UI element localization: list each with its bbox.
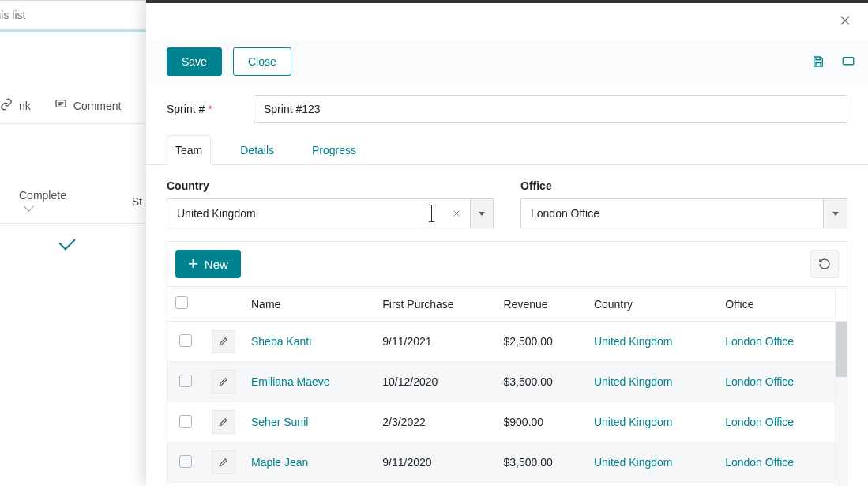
- row-office[interactable]: London Office: [725, 456, 794, 469]
- table-row[interactable]: Roberto Nick 12/9/2021 $5,400.00 United …: [167, 483, 847, 487]
- country-label: Country: [167, 179, 494, 192]
- pencil-icon: [218, 457, 229, 468]
- pencil-icon: [218, 336, 229, 347]
- country-filter: Country United Kingdom: [167, 179, 494, 228]
- chevron-down-icon: [832, 212, 839, 216]
- new-button-label: New: [205, 258, 228, 271]
- search-placeholder: ch this list: [0, 9, 25, 21]
- row-first-purchase: 9/11/2020: [374, 443, 495, 483]
- grid-toolbar: + New: [167, 242, 847, 286]
- office-dropdown-button[interactable]: [824, 198, 847, 228]
- save-button[interactable]: Save: [167, 47, 222, 76]
- table-row[interactable]: Emiliana Maeve 10/12/2020 $3,500.00 Unit…: [167, 362, 847, 402]
- edit-row-button[interactable]: [212, 330, 235, 353]
- row-revenue: $3,500.00: [495, 443, 585, 483]
- background-active-indicator: [0, 29, 158, 32]
- link-icon: [0, 98, 13, 113]
- row-checkbox[interactable]: [179, 375, 192, 387]
- pencil-icon: [218, 376, 229, 387]
- comment-alt-icon[interactable]: [841, 55, 855, 69]
- refresh-icon: [818, 258, 831, 270]
- row-name[interactable]: Seher Sunil: [251, 416, 308, 428]
- sprint-label: Sprint #*: [167, 103, 230, 115]
- col-name[interactable]: Name: [243, 287, 374, 322]
- office-combo-text[interactable]: London Office: [520, 198, 824, 228]
- close-button[interactable]: Close: [233, 47, 291, 76]
- row-revenue: $900.00: [495, 402, 585, 443]
- row-country[interactable]: United Kingdom: [594, 375, 673, 388]
- row-name[interactable]: Emiliana Maeve: [251, 375, 330, 388]
- col-office[interactable]: Office: [717, 287, 835, 322]
- edit-row-button[interactable]: [212, 370, 235, 394]
- text-cursor-icon: [431, 206, 432, 220]
- bg-comment-label: Comment: [73, 100, 122, 112]
- background-row-1[interactable]: [0, 224, 158, 260]
- scrollbar-thumb[interactable]: [836, 322, 847, 377]
- table-row[interactable]: Sheba Kanti 9/11/2021 $2,500.00 United K…: [167, 322, 847, 362]
- row-checkbox[interactable]: [179, 334, 192, 347]
- row-first-purchase: 12/9/2021: [374, 483, 495, 487]
- table-row[interactable]: Seher Sunil 2/3/2022 $900.00 United King…: [167, 402, 847, 443]
- office-combo[interactable]: London Office: [520, 198, 847, 228]
- office-filter: Office London Office: [520, 179, 847, 228]
- row-country[interactable]: United Kingdom: [594, 335, 673, 348]
- row-name[interactable]: Maple Jean: [251, 456, 308, 469]
- bg-col-complete[interactable]: Complete: [3, 189, 85, 214]
- tab-details[interactable]: Details: [231, 135, 283, 165]
- tab-progress[interactable]: Progress: [303, 135, 365, 165]
- country-combo-text[interactable]: United Kingdom: [167, 198, 443, 228]
- svg-rect-1: [843, 58, 854, 65]
- background-toolbar: nk Comment D: [0, 88, 158, 124]
- row-office[interactable]: London Office: [725, 416, 794, 428]
- row-checkbox[interactable]: [179, 415, 192, 428]
- background-header-row: Complete St: [0, 179, 158, 224]
- background-search-input[interactable]: ch this list: [0, 0, 158, 30]
- pencil-icon: [218, 416, 229, 428]
- row-checkbox[interactable]: [179, 455, 192, 468]
- team-table: Name First Purchase Revenue Country Offi…: [167, 286, 847, 486]
- save-alt-icon[interactable]: [811, 55, 825, 69]
- row-country[interactable]: United Kingdom: [594, 416, 673, 428]
- col-country[interactable]: Country: [586, 287, 717, 322]
- panel-tabs: Team Details Progress: [146, 134, 868, 165]
- row-office[interactable]: London Office: [725, 335, 794, 348]
- panel-action-bar: Save Close: [146, 40, 868, 84]
- sprint-field-row: Sprint #*: [146, 84, 868, 134]
- office-label: Office: [520, 179, 847, 192]
- tab-team[interactable]: Team: [167, 135, 211, 165]
- panel-header: [146, 3, 868, 40]
- edit-row-button[interactable]: [212, 410, 235, 434]
- edit-row-button[interactable]: [212, 450, 235, 474]
- country-combo[interactable]: United Kingdom: [167, 198, 494, 228]
- edit-panel: Save Close Sprint #* Team Details Progre…: [146, 0, 868, 486]
- comment-icon: [54, 98, 67, 113]
- col-first-purchase[interactable]: First Purchase: [374, 287, 495, 322]
- row-name[interactable]: Sheba Kanti: [251, 335, 311, 348]
- new-button[interactable]: + New: [175, 250, 241, 278]
- table-row[interactable]: Maple Jean 9/11/2020 $3,500.00 United Ki…: [167, 443, 847, 483]
- table-header-row: Name First Purchase Revenue Country Offi…: [167, 287, 847, 322]
- filter-row: Country United Kingdom Office London Off…: [146, 165, 868, 236]
- svg-rect-0: [56, 100, 66, 107]
- sprint-input[interactable]: [254, 95, 847, 123]
- row-first-purchase: 10/12/2020: [374, 362, 495, 402]
- bg-link-action[interactable]: nk: [0, 98, 31, 113]
- row-country[interactable]: United Kingdom: [594, 456, 673, 469]
- country-dropdown-button[interactable]: [470, 198, 494, 228]
- close-icon[interactable]: [833, 13, 857, 31]
- country-clear-button[interactable]: [443, 198, 470, 228]
- row-first-purchase: 2/3/2022: [374, 402, 495, 443]
- check-icon: [58, 233, 75, 250]
- col-revenue[interactable]: Revenue: [495, 287, 585, 322]
- refresh-button[interactable]: [810, 250, 839, 278]
- team-grid: + New Name First Purchase Revenue Countr…: [167, 241, 847, 486]
- bg-comment-action[interactable]: Comment: [54, 98, 122, 113]
- required-indicator: *: [208, 103, 212, 115]
- bg-link-label: nk: [19, 100, 31, 112]
- row-first-purchase: 9/11/2021: [374, 322, 495, 362]
- chevron-down-icon: [479, 212, 485, 216]
- row-office[interactable]: London Office: [725, 375, 794, 388]
- row-revenue: $3,500.00: [495, 362, 585, 402]
- row-revenue: $2,500.00: [495, 322, 585, 362]
- select-all-checkbox[interactable]: [175, 296, 188, 309]
